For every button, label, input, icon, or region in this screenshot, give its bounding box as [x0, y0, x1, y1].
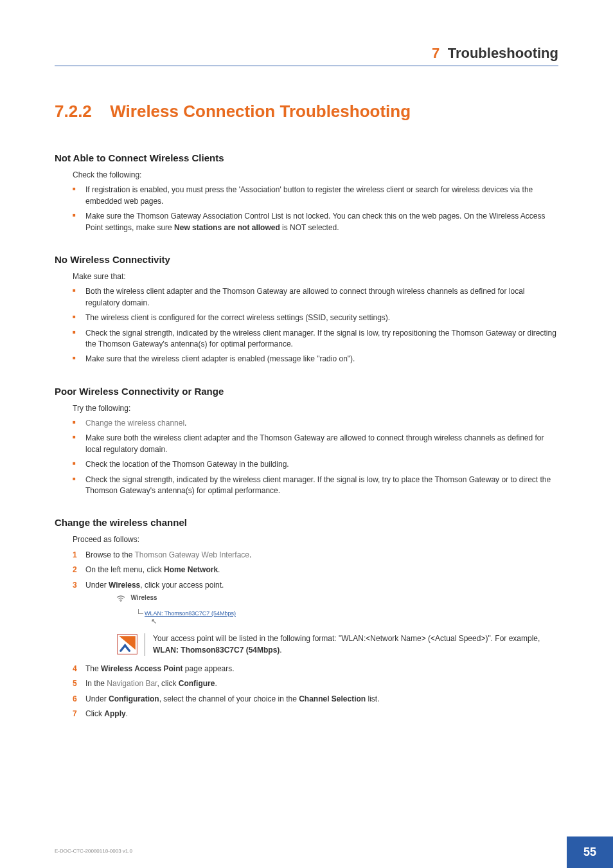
- bold-text: Configure: [179, 679, 215, 688]
- intro-text: Proceed as follows:: [73, 534, 558, 545]
- section-name: Wireless Connection Troubleshooting: [110, 102, 411, 121]
- subsection-poor-connectivity: Poor Wireless Connectivity or Range Try …: [55, 386, 558, 497]
- cursor-icon: ↖: [151, 617, 157, 627]
- text: Under: [85, 694, 109, 703]
- wireless-screenshot: Wireless WLAN: Thomson83C7C7 (54Mbps) ↖: [116, 593, 558, 627]
- bullet-item: Make sure that the wireless client adapt…: [73, 354, 558, 365]
- subsection-title: Not Able to Connect Wireless Clients: [55, 152, 558, 163]
- section-title: 7.2.2 Wireless Connection Troubleshootin…: [55, 102, 558, 122]
- text: Browse to the: [85, 550, 135, 559]
- bold-text: WLAN: Thomson83C7C7 (54Mbps): [153, 646, 280, 655]
- text: Your access point will be listed in the …: [153, 634, 540, 643]
- footer-doc-id: E-DOC-CTC-20080118-0003 v1.0: [55, 848, 613, 854]
- chapter-header: 7 Troubleshooting: [55, 45, 558, 66]
- page-number: 55: [567, 836, 613, 868]
- bullet-item: Make sure the Thomson Gateway Associatio…: [73, 211, 558, 233]
- bullet-item: The wireless client is configured for th…: [73, 312, 558, 323]
- wireless-label: Wireless: [131, 593, 157, 603]
- note-icon: [116, 633, 138, 655]
- text: Under: [85, 581, 109, 590]
- text: , click your access point.: [140, 581, 224, 590]
- bullet-item: Check the signal strength, indicated by …: [73, 475, 558, 497]
- bullet-item: Check the location of the Thomson Gatewa…: [73, 459, 558, 470]
- text: list.: [366, 694, 379, 703]
- bullet-item: Make sure both the wireless client adapt…: [73, 433, 558, 455]
- bullet-item: Check the signal strength, indicated by …: [73, 328, 558, 350]
- bold-text: Configuration: [109, 694, 159, 703]
- wifi-icon: [116, 593, 125, 606]
- section-number: 7.2.2: [55, 102, 92, 121]
- subsection-title: Poor Wireless Connectivity or Range: [55, 386, 558, 397]
- bold-text: Wireless Access Point: [101, 664, 183, 673]
- text: , click: [157, 679, 178, 688]
- subsection-not-able-connect: Not Able to Connect Wireless Clients Che…: [55, 152, 558, 233]
- step-item: On the left menu, click Home Network.: [73, 565, 558, 575]
- intro-text: Make sure that:: [73, 271, 558, 282]
- cross-ref-link[interactable]: Thomson Gateway Web Interface: [135, 550, 250, 559]
- text: page appears.: [183, 664, 235, 673]
- bold-text: Apply: [104, 709, 125, 718]
- intro-text: Check the following:: [73, 170, 558, 181]
- bold-text: Wireless: [109, 581, 140, 590]
- chapter-title: Troubleshooting: [448, 45, 558, 61]
- step-item: Browse to the Thomson Gateway Web Interf…: [73, 550, 558, 561]
- subsection-no-connectivity: No Wireless Connectivity Make sure that:…: [55, 254, 558, 365]
- bullet-item: Both the wireless client adapter and the…: [73, 286, 558, 309]
- wlan-link[interactable]: WLAN: Thomson83C7C7 (54Mbps): [138, 609, 558, 618]
- text: In the: [85, 679, 107, 688]
- bold-text: New stations are not allowed: [174, 223, 280, 232]
- text: On the left menu, click: [85, 565, 164, 574]
- chapter-number: 7: [432, 45, 440, 61]
- step-item: In the Navigation Bar, click Configure.: [73, 678, 558, 689]
- subsection-title: Change the wireless channel: [55, 517, 558, 528]
- subsection-change-channel: Change the wireless channel Proceed as f…: [55, 517, 558, 719]
- intro-text: Try the following:: [73, 403, 558, 414]
- text: is NOT selected.: [280, 223, 339, 232]
- note-text: Your access point will be listed in the …: [145, 633, 558, 656]
- step-item: Click Apply.: [73, 709, 558, 719]
- bold-text: Channel Selection: [299, 694, 366, 703]
- note-box: Your access point will be listed in the …: [116, 633, 558, 656]
- bullet-item: If registration is enabled, you must pre…: [73, 185, 558, 207]
- step-item: The Wireless Access Point page appears.: [73, 664, 558, 674]
- text: Click: [85, 709, 104, 718]
- subsection-title: No Wireless Connectivity: [55, 254, 558, 265]
- cross-ref-link[interactable]: Change the wireless channel: [85, 419, 184, 428]
- step-item: Under Configuration, select the channel …: [73, 694, 558, 705]
- bullet-item: Change the wireless channel.: [73, 418, 558, 429]
- bold-text: Home Network: [164, 565, 218, 574]
- cross-ref-link[interactable]: Navigation Bar: [107, 679, 157, 688]
- text: The: [85, 664, 101, 673]
- step-item: Under Wireless, click your access point.…: [73, 580, 558, 656]
- text: , select the channel of your choice in t…: [159, 694, 299, 703]
